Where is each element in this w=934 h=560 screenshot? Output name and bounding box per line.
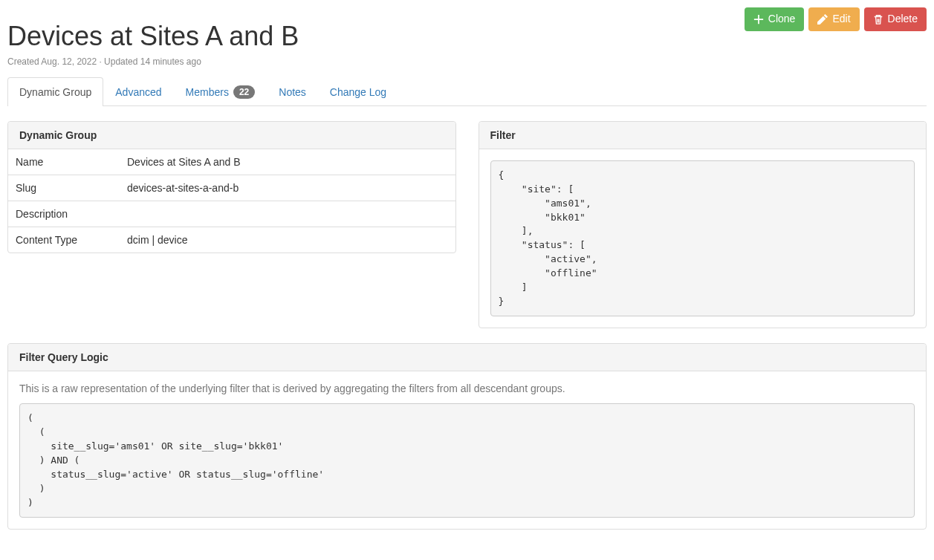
members-count-badge: 22 bbox=[233, 85, 255, 99]
tab-label: Change Log bbox=[330, 86, 386, 98]
tab-label: Dynamic Group bbox=[19, 86, 91, 98]
panel-title: Filter bbox=[479, 122, 927, 149]
tab-members[interactable]: Members 22 bbox=[174, 77, 267, 106]
property-value: Devices at Sites A and B bbox=[120, 149, 455, 175]
delete-button[interactable]: Delete bbox=[864, 7, 927, 31]
tab-change-log[interactable]: Change Log bbox=[318, 77, 398, 106]
filter-query-logic-panel: Filter Query Logic This is a raw represe… bbox=[7, 343, 927, 530]
property-value: devices-at-sites-a-and-b bbox=[120, 175, 455, 201]
table-row: Name Devices at Sites A and B bbox=[8, 149, 455, 175]
property-label: Slug bbox=[8, 175, 120, 201]
tab-label: Members bbox=[186, 86, 229, 98]
property-label: Name bbox=[8, 149, 120, 175]
edit-label: Edit bbox=[832, 12, 850, 27]
logic-code: ( ( site__slug='ams01' OR site__slug='bk… bbox=[19, 403, 915, 518]
tab-label: Advanced bbox=[115, 86, 161, 98]
property-label: Content Type bbox=[8, 227, 120, 253]
action-bar: Clone Edit Delete bbox=[745, 6, 927, 31]
help-text: This is a raw representation of the unde… bbox=[19, 382, 915, 394]
plus-icon bbox=[753, 14, 764, 25]
page-title: Devices at Sites A and B bbox=[7, 21, 745, 52]
tab-notes[interactable]: Notes bbox=[267, 77, 318, 106]
properties-table: Name Devices at Sites A and B Slug devic… bbox=[8, 149, 455, 253]
edit-button[interactable]: Edit bbox=[808, 7, 859, 31]
table-row: Content Type dcim | device bbox=[8, 227, 455, 253]
table-row: Slug devices-at-sites-a-and-b bbox=[8, 175, 455, 201]
tab-dynamic-group[interactable]: Dynamic Group bbox=[7, 77, 103, 106]
trash-icon bbox=[873, 14, 883, 25]
property-value bbox=[120, 201, 455, 227]
table-row: Description bbox=[8, 201, 455, 227]
tab-advanced[interactable]: Advanced bbox=[103, 77, 173, 106]
panel-title: Filter Query Logic bbox=[8, 344, 926, 371]
filter-panel: Filter { "site": [ "ams01", "bkk01" ], "… bbox=[479, 121, 927, 328]
pencil-icon bbox=[817, 14, 828, 25]
tab-label: Notes bbox=[279, 86, 306, 98]
property-label: Description bbox=[8, 201, 120, 227]
property-value: dcim | device bbox=[120, 227, 455, 253]
clone-label: Clone bbox=[768, 12, 796, 27]
dynamic-group-panel: Dynamic Group Name Devices at Sites A an… bbox=[7, 121, 456, 253]
clone-button[interactable]: Clone bbox=[745, 7, 805, 31]
filter-code: { "site": [ "ams01", "bkk01" ], "status"… bbox=[490, 160, 915, 316]
panel-title: Dynamic Group bbox=[8, 122, 455, 149]
tab-bar: Dynamic Group Advanced Members 22 Notes … bbox=[7, 77, 927, 106]
delete-label: Delete bbox=[888, 12, 918, 27]
meta-text: Created Aug. 12, 2022 · Updated 14 minut… bbox=[7, 56, 745, 67]
